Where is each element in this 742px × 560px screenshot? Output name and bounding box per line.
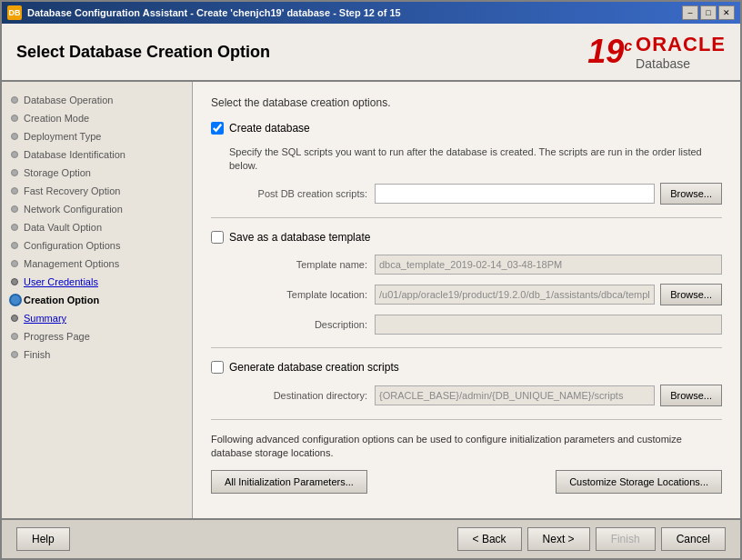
minimize-button[interactable]: – xyxy=(682,5,698,20)
post-script-label: Post DB creation scripts: xyxy=(247,188,375,199)
post-script-section: Specify the SQL scripts you want to run … xyxy=(211,145,722,205)
generate-scripts-row: Generate database creation scripts xyxy=(211,361,722,374)
all-init-params-button[interactable]: All Initialization Parameters... xyxy=(211,470,367,494)
save-template-row: Save as a database template xyxy=(211,231,722,244)
template-name-label: Template name: xyxy=(247,259,375,270)
scripts-section: Destination directory: Browse... xyxy=(211,385,722,406)
window-title: Database Configuration Assistant - Creat… xyxy=(27,7,401,18)
template-location-group: Template location: Browse... xyxy=(229,284,722,305)
oracle-version: 19c xyxy=(587,35,632,68)
oracle-logo: 19c ORACLE Database xyxy=(587,33,726,71)
next-button[interactable]: Next > xyxy=(527,527,590,551)
app-icon: DB xyxy=(7,5,22,20)
save-template-label: Save as a database template xyxy=(229,231,370,244)
footer: Help < Back Next > Finish Cancel xyxy=(2,518,740,558)
page-title: Select Database Creation Option xyxy=(16,43,270,62)
separator-2 xyxy=(211,347,722,348)
sidebar: Database Operation Creation Mode Deploym… xyxy=(2,82,193,518)
instruction-text: Select the database creation options. xyxy=(211,96,722,109)
template-location-label: Template location: xyxy=(247,289,375,300)
generate-scripts-checkbox[interactable] xyxy=(211,361,224,374)
sidebar-item-network-configuration[interactable]: Network Configuration xyxy=(2,200,192,218)
maximize-button[interactable]: □ xyxy=(700,5,717,20)
description-group: Description: xyxy=(229,315,722,335)
template-location-browse-button[interactable]: Browse... xyxy=(660,284,722,305)
dest-dir-label: Destination directory: xyxy=(247,390,375,401)
main-window: DB Database Configuration Assistant - Cr… xyxy=(0,0,742,560)
sidebar-item-user-credentials[interactable]: User Credentials xyxy=(2,273,192,291)
sidebar-item-management-options[interactable]: Management Options xyxy=(2,255,192,273)
template-name-group: Template name: xyxy=(229,255,722,275)
separator-1 xyxy=(211,217,722,218)
create-db-checkbox[interactable] xyxy=(211,122,224,135)
footer-right: < Back Next > Finish Cancel xyxy=(457,527,726,551)
dest-dir-browse-button[interactable]: Browse... xyxy=(660,385,722,406)
close-button[interactable]: ✕ xyxy=(718,5,735,20)
oracle-database-label: Database xyxy=(636,56,726,71)
sidebar-item-database-identification[interactable]: Database Identification xyxy=(2,145,192,164)
description-label: Description: xyxy=(247,319,375,330)
sidebar-item-creation-option[interactable]: Creation Option xyxy=(2,291,192,309)
sidebar-item-creation-mode[interactable]: Creation Mode xyxy=(2,109,192,127)
dest-dir-input[interactable] xyxy=(375,385,655,405)
sidebar-item-data-vault-option[interactable]: Data Vault Option xyxy=(2,218,192,236)
advanced-section: Following advanced configuration options… xyxy=(211,433,722,494)
generate-scripts-label: Generate database creation scripts xyxy=(229,361,399,374)
save-template-checkbox[interactable] xyxy=(211,231,224,244)
main-content: Select the database creation options. Cr… xyxy=(193,82,740,518)
title-bar: DB Database Configuration Assistant - Cr… xyxy=(2,2,740,24)
title-bar-controls: – □ ✕ xyxy=(682,5,735,20)
footer-left: Help xyxy=(16,527,70,551)
advanced-buttons: All Initialization Parameters... Customi… xyxy=(211,470,722,494)
template-location-input[interactable] xyxy=(375,285,655,305)
sidebar-item-configuration-options[interactable]: Configuration Options xyxy=(2,236,192,255)
dest-dir-group: Destination directory: Browse... xyxy=(229,385,722,406)
back-button[interactable]: < Back xyxy=(457,527,522,551)
create-db-label: Create database xyxy=(229,122,310,135)
content-area: Database Operation Creation Mode Deploym… xyxy=(2,82,740,518)
advanced-desc: Following advanced configuration options… xyxy=(211,433,722,461)
sidebar-item-summary[interactable]: Summary xyxy=(2,309,192,327)
post-script-input[interactable] xyxy=(375,184,655,204)
sidebar-item-fast-recovery-option[interactable]: Fast Recovery Option xyxy=(2,182,192,200)
post-script-browse-button[interactable]: Browse... xyxy=(660,183,722,205)
customize-storage-button[interactable]: Customize Storage Locations... xyxy=(556,470,722,494)
help-button[interactable]: Help xyxy=(16,527,70,551)
sidebar-item-finish[interactable]: Finish xyxy=(2,345,192,364)
oracle-text: ORACLE Database xyxy=(636,33,726,71)
post-script-group: Post DB creation scripts: Browse... xyxy=(229,183,722,205)
template-name-input[interactable] xyxy=(375,255,722,275)
create-db-row: Create database xyxy=(211,122,722,135)
title-bar-left: DB Database Configuration Assistant - Cr… xyxy=(7,5,401,20)
sidebar-item-storage-option[interactable]: Storage Option xyxy=(2,164,192,182)
finish-button[interactable]: Finish xyxy=(596,527,656,551)
header: Select Database Creation Option 19c ORAC… xyxy=(2,24,740,82)
cancel-button[interactable]: Cancel xyxy=(661,527,726,551)
sidebar-item-deployment-type[interactable]: Deployment Type xyxy=(2,127,192,145)
sidebar-item-database-operation[interactable]: Database Operation xyxy=(2,91,192,109)
post-script-desc: Specify the SQL scripts you want to run … xyxy=(229,145,722,174)
template-section: Template name: Template location: Browse… xyxy=(211,255,722,335)
sidebar-item-progress-page[interactable]: Progress Page xyxy=(2,327,192,345)
description-input[interactable] xyxy=(375,315,722,335)
separator-3 xyxy=(211,419,722,420)
oracle-name: ORACLE xyxy=(636,33,726,56)
